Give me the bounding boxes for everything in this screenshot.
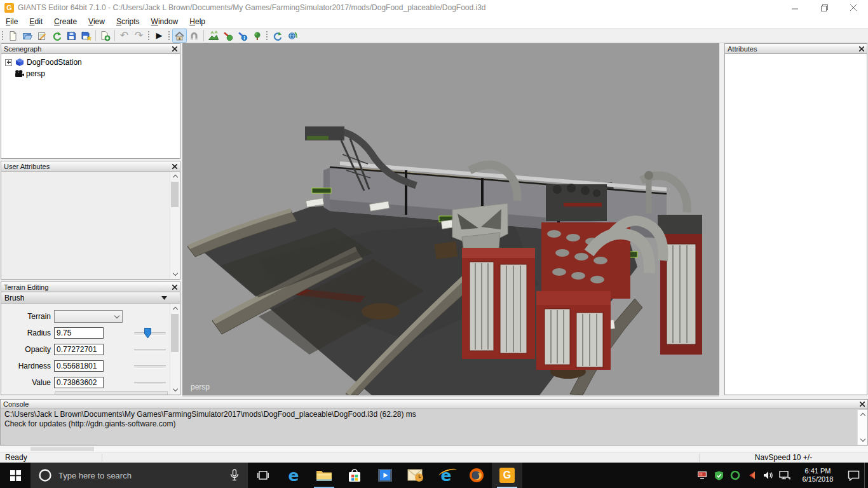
taskbar-firefox-button[interactable] — [461, 463, 492, 488]
terrain-select[interactable] — [54, 310, 123, 323]
terrain-foliage-paint-button[interactable] — [220, 29, 235, 43]
reload-assets-button[interactable] — [270, 29, 285, 43]
action-center-button[interactable] — [843, 463, 864, 488]
radius-input[interactable] — [54, 327, 104, 339]
menu-help[interactable]: Help — [184, 16, 211, 27]
menu-edit[interactable]: Edit — [24, 16, 48, 27]
menu-window[interactable]: Window — [146, 16, 184, 27]
restore-button[interactable] — [810, 0, 839, 15]
window-controls — [780, 0, 868, 15]
hardness-input[interactable] — [54, 360, 104, 372]
scroll-up-arrow[interactable] — [858, 410, 867, 419]
close-icon — [859, 46, 864, 51]
start-button[interactable] — [0, 463, 31, 488]
taskbar-file-explorer-button[interactable] — [309, 463, 339, 488]
toolbar-grip[interactable] — [1, 30, 5, 41]
console-vertical-scrollbar[interactable] — [857, 410, 867, 445]
cortana-icon — [38, 468, 52, 482]
terrain-sculpt-button[interactable] — [206, 29, 220, 43]
show-desktop-button[interactable] — [864, 463, 868, 488]
save-button[interactable] — [64, 29, 79, 43]
value-input[interactable] — [54, 377, 104, 388]
terrain-editing-content: Brush Terrain Radius Opacity Hardness — [1, 292, 180, 395]
console-close-button[interactable] — [860, 400, 865, 408]
tree-placement-button[interactable] — [250, 29, 264, 43]
search-input[interactable] — [57, 470, 230, 481]
toolbar-grip[interactable] — [167, 30, 172, 41]
scroll-down-arrow[interactable] — [858, 435, 867, 445]
menu-create[interactable]: Create — [48, 16, 83, 27]
taskbar-mail-button[interactable] — [400, 463, 431, 488]
radius-slider[interactable] — [134, 332, 166, 336]
scroll-up-arrow[interactable] — [170, 172, 180, 181]
magnet-snap-button[interactable] — [187, 29, 201, 43]
expand-icon[interactable] — [5, 59, 12, 66]
tray-screen-capture-icon[interactable] — [694, 463, 710, 488]
hardness-slider[interactable] — [134, 365, 166, 369]
user-attributes-scrollbar[interactable] — [170, 172, 180, 279]
toolbar-grip[interactable] — [265, 30, 269, 41]
scroll-down-arrow[interactable] — [170, 385, 180, 395]
value-slider[interactable] — [134, 382, 166, 385]
user-attributes-panel: User Attributes — [1, 161, 180, 280]
taskbar-giants-editor-button[interactable]: G — [492, 463, 522, 488]
tree-node-persp[interactable]: persp — [1, 68, 180, 79]
console-title: Console — [3, 400, 29, 408]
minimize-button[interactable] — [780, 0, 810, 15]
taskbar-edge-button[interactable]: e — [278, 463, 309, 488]
microphone-icon[interactable] — [230, 469, 239, 482]
scroll-thumb[interactable] — [31, 447, 94, 451]
terrain-editing-close-button[interactable] — [172, 283, 177, 291]
user-attributes-close-button[interactable] — [172, 163, 177, 170]
new-file-button[interactable] — [6, 29, 20, 43]
attributes-close-button[interactable] — [859, 45, 864, 53]
scroll-thumb[interactable] — [171, 182, 179, 207]
tray-defender-icon[interactable] — [710, 463, 727, 488]
tree-node-dogfoodstation[interactable]: DogFoodStation — [1, 57, 180, 68]
attributes-title-bar: Attributes — [724, 43, 867, 54]
scroll-up-arrow[interactable] — [170, 304, 180, 313]
tray-network-icon[interactable] — [776, 463, 793, 488]
opacity-field-row: Opacity — [1, 343, 104, 356]
open-file-button[interactable] — [20, 29, 35, 43]
add-object-button[interactable] — [98, 29, 112, 43]
tray-recorder-ring-icon[interactable] — [727, 463, 743, 488]
tray-volume-app-icon[interactable] — [743, 463, 760, 488]
redo-button[interactable]: ↷ — [132, 29, 146, 43]
task-view-button[interactable] — [248, 463, 278, 488]
viewport-3d[interactable]: persp — [182, 43, 719, 396]
menu-view[interactable]: View — [83, 16, 111, 27]
taskbar-search[interactable] — [31, 463, 248, 488]
export-button[interactable] — [79, 29, 93, 43]
terrain-editing-scrollbar[interactable] — [170, 304, 180, 395]
console-line: Check for updates (http://gdn.giants-sof… — [1, 419, 867, 428]
terrain-raise-icon — [208, 30, 219, 41]
movies-tv-icon — [377, 468, 393, 483]
mail-icon — [407, 468, 424, 482]
console-output[interactable]: C:\Users\Jack L Brown\Documents\My Games… — [0, 409, 868, 445]
scenegraph-close-button[interactable] — [172, 45, 177, 53]
brush-section-header[interactable]: Brush — [1, 292, 180, 304]
reload-button[interactable] — [50, 29, 64, 43]
taskbar-clock[interactable]: 6:41 PM 6/15/2018 — [793, 467, 843, 484]
scroll-down-arrow[interactable] — [170, 269, 180, 279]
play-button[interactable]: ▶ — [152, 29, 166, 43]
opacity-slider[interactable] — [134, 349, 166, 352]
menu-scripts[interactable]: Scripts — [111, 16, 146, 27]
toolbar-grip[interactable] — [147, 30, 151, 41]
frame-home-button[interactable] — [172, 29, 187, 43]
opacity-input[interactable] — [54, 344, 104, 355]
menu-file[interactable]: File — [0, 16, 24, 27]
taskbar-internet-explorer-button[interactable]: e — [431, 463, 461, 488]
tray-speaker-icon[interactable] — [760, 463, 776, 488]
undo-button[interactable]: ↶ — [117, 29, 132, 43]
edit-scripts-button[interactable] — [35, 29, 50, 43]
terrain-info-paint-button[interactable] — [235, 29, 250, 43]
window-title: GIANTS Editor 64bit 7.1.0 - C:/Users/Jac… — [18, 3, 486, 12]
scroll-thumb[interactable] — [171, 314, 179, 352]
reload-scripts-button[interactable] — [285, 29, 299, 43]
taskbar-store-button[interactable] — [339, 463, 370, 488]
taskbar-movies-tv-button[interactable] — [370, 463, 400, 488]
close-button[interactable] — [839, 0, 868, 15]
slider-thumb[interactable] — [144, 328, 151, 339]
